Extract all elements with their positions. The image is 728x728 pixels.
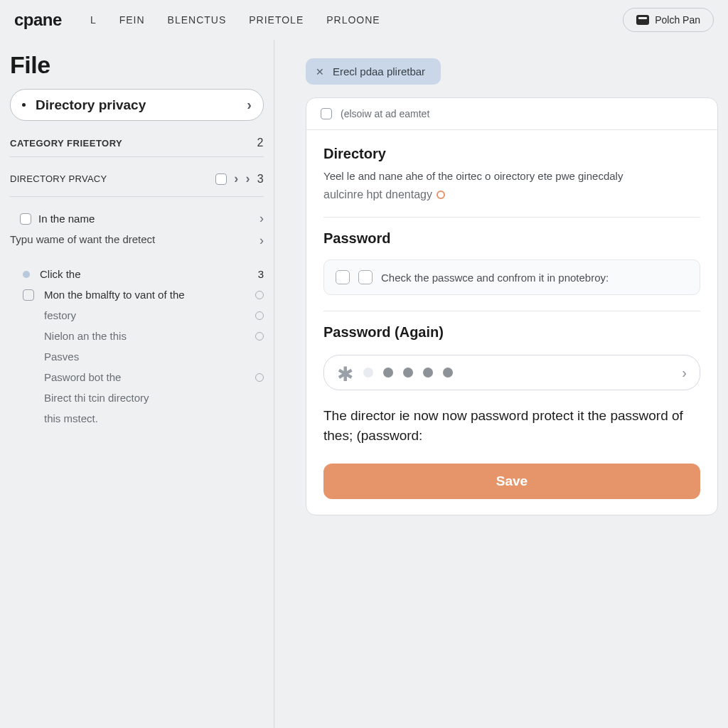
section-count: 2 [257,136,264,149]
sidebar-hint-text: Typu wame of want the dretect › [10,230,264,254]
main: File Directory privacy › CATEGORY FRIEET… [0,40,728,728]
directory-privacy-selector[interactable]: Directory privacy › [10,89,264,121]
radio-icon [255,373,264,382]
header: cpane L FEIN BLENCTUS PRIETOLE PRLOONE P… [0,0,728,40]
page-title: File [10,51,264,79]
selector-label: Directory privacy [36,97,146,113]
list-item[interactable]: this mstect. [10,408,264,429]
checkbox[interactable] [23,289,34,301]
card-body: Directory Yeel le and nane ahe of the oi… [306,130,717,515]
logo: cpane [14,10,62,30]
section-header-1: CATEGORY FRIEETORY 2 [10,136,264,149]
directory-label: Directory [323,146,700,162]
sidebar: File Directory privacy › CATEGORY FRIEET… [0,40,274,728]
divider [323,217,700,218]
card-header-text: (elsoiw at ad eamtet [341,108,429,119]
save-button[interactable]: Save [323,464,700,499]
result-message: The director ie now now password protect… [323,406,700,445]
divider [323,311,700,311]
chevron-right-icon: › [259,233,264,248]
chevron-right-icon: › [234,171,238,186]
password-again-label: Password (Again) [323,324,700,341]
password-again-input[interactable]: ✱ › [323,355,700,390]
chevron-right-icon: › [246,171,250,186]
close-icon[interactable]: ✕ [316,66,324,77]
checkbox[interactable] [358,270,373,284]
link-text: aulcinre hpt dnentagy [323,188,432,201]
divider [10,156,264,157]
hint-text: Typu wame of want the dretect [10,233,155,245]
info-chip[interactable]: ✕ Erecl pdaa pliretbar [306,58,441,85]
pwd-dot-icon [443,368,453,378]
chevron-right-icon[interactable]: › [682,365,687,381]
directory-link[interactable]: aulcinre hpt dnentagy [323,188,445,201]
row-label: In the name [38,213,252,225]
row-label: DIRECTORY PRVACY [10,173,208,184]
bullet-icon [22,103,26,107]
user-menu[interactable]: Polch Pan [623,8,714,32]
card-header: (elsoiw at ad eamtet [306,98,717,130]
pwd-dot-icon [403,368,413,378]
pwd-dot-icon [383,368,393,378]
list-item[interactable]: Mon the bmalfty to vant of the [10,284,264,305]
chip-label: Erecl pdaa pliretbar [333,65,425,77]
pwd-dot-icon [363,368,373,378]
row-click-the[interactable]: Click the 3 [10,264,264,284]
pwd-dot-icon [423,368,433,378]
password-check-row: Check the passwce and confrom it in pnot… [323,259,700,295]
list-item[interactable]: Pasword bot the [10,367,264,387]
checkbox[interactable] [215,173,227,185]
list-item-label: festory [44,309,255,321]
radio-icon [255,311,264,320]
chevron-right-icon: › [247,97,252,113]
nav-item-3[interactable]: PRIETOLE [249,14,304,26]
user-icon [636,15,649,25]
checkbox[interactable] [20,213,31,225]
list-item-label: Pasves [44,350,264,363]
asterisk-icon: ✱ [337,365,353,385]
settings-card: (elsoiw at ad eamtet Directory Yeel le a… [306,97,718,515]
nav-item-1[interactable]: FEIN [119,14,145,26]
row-in-the-name[interactable]: In the name › [10,207,264,230]
row-label: Click the [40,268,258,280]
circle-icon [437,191,445,199]
bullet-icon [23,271,30,278]
radio-icon [255,332,264,341]
nav-item-0[interactable]: L [90,14,97,26]
directory-description: Yeel le and nane ahe of the oirtec o oir… [323,168,700,184]
list-item[interactable]: Nielon an the this [10,326,264,346]
content: ✕ Erecl pdaa pliretbar (elsoiw at ad eam… [274,40,728,728]
nav-item-2[interactable]: BLENCTUS [168,14,227,26]
divider [10,196,264,197]
list-item[interactable]: festory [10,305,264,326]
top-nav: L FEIN BLENCTUS PRIETOLE PRLOONE [90,14,380,26]
chevron-right-icon: › [259,211,264,226]
password-check-text: Check the passwce and confrom it in pnot… [381,272,609,284]
user-name: Polch Pan [655,14,700,26]
list-item[interactable]: Pasves [10,346,264,367]
list-item-label: this mstect. [44,412,264,424]
list-item-label: Pasword bot the [44,371,255,383]
password-label: Password [323,230,700,247]
nav-item-4[interactable]: PRLOONE [326,14,380,26]
checkbox[interactable] [321,108,332,119]
list-item-label: Nielon an the this [44,330,255,342]
checkbox[interactable] [336,270,350,284]
list-item-label: Birect thi tcin directory [44,392,264,404]
row-directory-privacy[interactable]: DIRECTORY PRVACY › › 3 [10,167,264,191]
list-item-label: Mon the bmalfty to vant of the [44,289,255,301]
section-title: CATEGORY FRIEETORY [10,138,122,149]
list-item[interactable]: Birect thi tcin directory [10,387,264,408]
radio-icon [255,291,264,299]
row-count: 3 [257,173,264,186]
row-count: 3 [258,268,264,280]
